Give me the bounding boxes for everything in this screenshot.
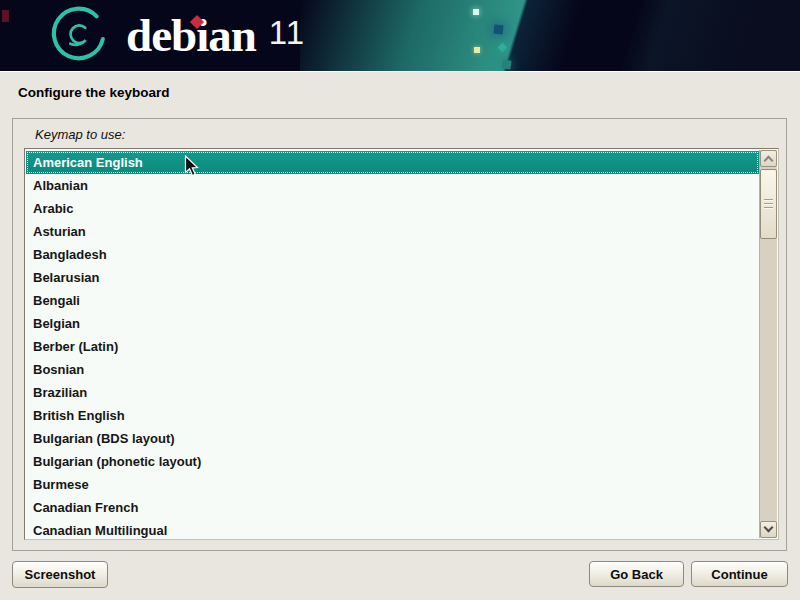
banner-decor-blue-square (494, 25, 504, 35)
chevron-up-icon (764, 156, 774, 166)
list-item[interactable]: Canadian French (26, 496, 759, 519)
keymap-list-rows: American EnglishAlbanianArabicAsturianBa… (26, 150, 759, 538)
list-item[interactable]: Belarusian (26, 266, 759, 289)
banner-art-dark-band (590, 0, 800, 72)
list-item[interactable]: Bulgarian (phonetic layout) (26, 450, 759, 473)
banner-art-teal-band (300, 0, 640, 72)
banner-decor-teal-square (501, 59, 511, 69)
thumb-grip (764, 203, 773, 205)
page-title: Configure the keyboard (18, 85, 170, 100)
list-item[interactable]: Arabic (26, 197, 759, 220)
banner-decor-red-square (2, 10, 9, 22)
continue-button[interactable]: Continue (691, 561, 788, 587)
list-item[interactable]: Bengali (26, 289, 759, 312)
scrollbar-thumb[interactable] (760, 169, 777, 239)
banner-decor-white-square (473, 9, 479, 15)
thumb-grip (764, 199, 773, 201)
brand-wordmark: debian 11 (126, 6, 305, 66)
scroll-down-button[interactable] (760, 521, 777, 538)
list-item[interactable]: American English (26, 151, 759, 174)
version-number: 11 (269, 16, 305, 49)
thumb-grip (764, 207, 773, 209)
chevron-down-icon (764, 523, 774, 533)
scroll-up-button[interactable] (760, 150, 777, 167)
content-frame: Keymap to use: American EnglishAlbanianA… (12, 118, 787, 551)
list-item[interactable]: Berber (Latin) (26, 335, 759, 358)
list-item[interactable]: Bulgarian (BDS layout) (26, 427, 759, 450)
go-back-button[interactable]: Go Back (589, 561, 684, 587)
keymap-listbox: American EnglishAlbanianArabicAsturianBa… (24, 148, 779, 540)
keymap-label: Keymap to use: (35, 127, 125, 142)
list-item[interactable]: Bangladesh (26, 243, 759, 266)
scrollbar[interactable] (759, 150, 777, 538)
list-item[interactable]: Brazilian (26, 381, 759, 404)
debian-banner: debian 11 (0, 0, 800, 72)
banner-decor-yellow-square (474, 47, 480, 53)
list-item[interactable]: Asturian (26, 220, 759, 243)
brand-text: debian (126, 6, 256, 64)
list-item[interactable]: British English (26, 404, 759, 427)
list-item[interactable]: Albanian (26, 174, 759, 197)
list-item[interactable]: Burmese (26, 473, 759, 496)
debian-swirl-logo-icon (46, 5, 108, 67)
list-item[interactable]: Bosnian (26, 358, 759, 381)
screenshot-button[interactable]: Screenshot (12, 561, 108, 588)
list-item[interactable]: Canadian Multilingual (26, 519, 759, 538)
list-item[interactable]: Belgian (26, 312, 759, 335)
